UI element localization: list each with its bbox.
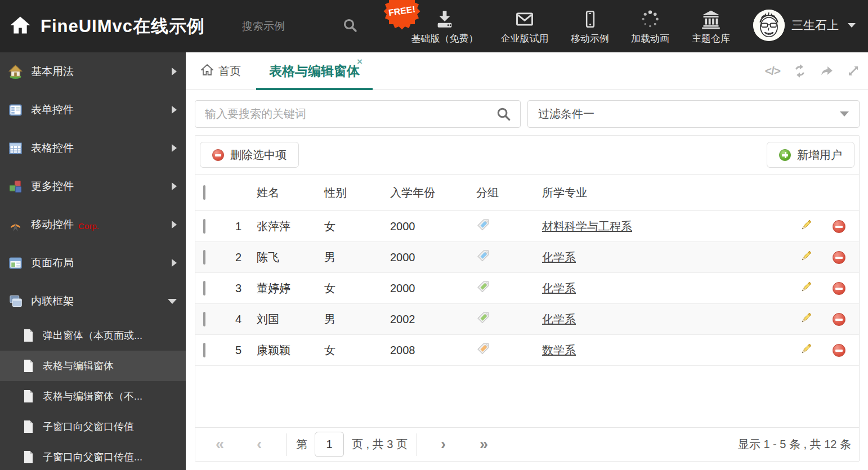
- tag-icon: [476, 311, 490, 328]
- chevron-right-icon: [172, 259, 177, 267]
- nav-theme-repository[interactable]: 主题仓库: [669, 7, 753, 45]
- cell-gender: 女: [317, 281, 385, 296]
- bank-icon: [700, 7, 722, 29]
- cell-year: 2000: [385, 251, 467, 264]
- sidebar-item-basic-usage[interactable]: 基本用法: [0, 52, 186, 91]
- sidebar-subitem-popup-window[interactable]: 弹出窗体（本页面或...: [0, 320, 186, 351]
- major-link[interactable]: 材料科学与工程系: [542, 220, 632, 232]
- tab-actions: </>: [765, 52, 860, 89]
- tab-close-icon[interactable]: ×: [357, 56, 363, 68]
- column-header-major: 所学专业: [534, 185, 793, 200]
- major-link[interactable]: 化学系: [542, 251, 576, 263]
- nav-theme-repository-label: 主题仓库: [692, 32, 730, 45]
- user-menu[interactable]: 三生石上: [753, 10, 856, 41]
- table-row: 5 康颖颖 女 2008 数学系: [195, 335, 859, 366]
- tab-active-label: 表格与编辑窗体: [269, 62, 360, 80]
- home-tab-icon: [201, 64, 213, 78]
- app-logo[interactable]: FineUIMvc在线示例: [9, 0, 205, 52]
- tab-home[interactable]: 首页: [201, 52, 241, 89]
- chevron-down-icon: [168, 299, 177, 304]
- sidebar-subitem-label: 子窗口向父窗口传值...: [43, 450, 142, 464]
- row-checkbox[interactable]: [203, 219, 205, 234]
- cell-year: 2002: [385, 313, 467, 326]
- major-link[interactable]: 化学系: [542, 282, 576, 294]
- column-header-year: 入学年份: [385, 185, 467, 200]
- tab-grid-edit-window[interactable]: 表格与编辑窗体 ×: [256, 52, 373, 90]
- row-checkbox[interactable]: [203, 312, 205, 326]
- nav-basic-edition-label: 基础版（免费）: [411, 32, 478, 45]
- sidebar-subitem-grid-edit-window-2[interactable]: 表格与编辑窗体（不...: [0, 381, 186, 411]
- row-checkbox[interactable]: [203, 281, 205, 296]
- refresh-icon[interactable]: [793, 64, 807, 78]
- nav-basic-edition[interactable]: 基础版（免费）: [402, 7, 487, 45]
- cell-gender: 男: [317, 250, 385, 265]
- select-all-checkbox[interactable]: [203, 185, 205, 200]
- column-header-gender: 性别: [317, 185, 385, 200]
- sidebar-subitem-grid-edit-window[interactable]: 表格与编辑窗体: [0, 351, 186, 381]
- delete-selected-button[interactable]: 删除选中项: [200, 142, 299, 168]
- last-page-button[interactable]: »: [480, 437, 488, 452]
- sidebar-subitem-child-to-parent[interactable]: 子窗口向父窗口传值: [0, 411, 186, 442]
- main-content: 首页 表格与编辑窗体 × </> 过滤条件一: [186, 52, 868, 470]
- keyword-search-input[interactable]: [195, 108, 496, 120]
- sidebar-item-form-controls[interactable]: 表单控件: [0, 91, 186, 129]
- edit-pencil-icon[interactable]: [799, 311, 813, 328]
- file-icon: [22, 390, 34, 403]
- first-page-button[interactable]: «: [216, 437, 224, 452]
- row-index: 5: [222, 344, 247, 357]
- page-number-input[interactable]: [315, 432, 344, 457]
- sidebar-item-grid-controls[interactable]: 表格控件: [0, 129, 186, 167]
- edit-pencil-icon[interactable]: [799, 218, 813, 235]
- row-index: 1: [222, 220, 247, 233]
- envelope-icon: [514, 7, 535, 29]
- add-user-button[interactable]: 新增用户: [767, 142, 854, 168]
- edit-pencil-icon[interactable]: [799, 342, 813, 359]
- view-source-icon[interactable]: </>: [765, 64, 780, 78]
- file-icon: [22, 329, 34, 342]
- row-checkbox[interactable]: [203, 343, 205, 357]
- avatar: [753, 10, 785, 41]
- tag-icon: [476, 249, 490, 266]
- sidebar-item-mobile-controls[interactable]: 移动控件 Corp.: [0, 205, 186, 244]
- sidebar-item-page-layout[interactable]: 页面布局: [0, 244, 186, 282]
- sidebar-subitem-child-to-parent-2[interactable]: 子窗口向父窗口传值...: [0, 442, 186, 470]
- cell-gender: 女: [317, 219, 385, 234]
- pagination-bar: « ‹ 第 页 , 共 3 页 › » 显示 1 - 5 条 , 共 12 条: [195, 427, 859, 461]
- delete-row-icon[interactable]: [833, 220, 845, 233]
- row-checkbox[interactable]: [203, 250, 205, 265]
- row-index: 2: [222, 251, 247, 264]
- major-link[interactable]: 数学系: [542, 344, 576, 356]
- file-icon: [22, 359, 34, 373]
- cubes-icon: [8, 179, 23, 194]
- delete-row-icon[interactable]: [833, 282, 845, 295]
- nav-loading-animation-label: 加载动画: [631, 32, 669, 45]
- major-link[interactable]: 化学系: [542, 313, 576, 325]
- delete-row-icon[interactable]: [833, 344, 845, 357]
- search-icon[interactable]: [496, 106, 511, 122]
- tag-icon: [476, 218, 490, 235]
- header-search-input[interactable]: [242, 20, 332, 33]
- open-in-new-icon[interactable]: [820, 64, 834, 78]
- sidebar-item-more-controls[interactable]: 更多控件: [0, 167, 186, 205]
- edit-pencil-icon[interactable]: [799, 249, 813, 266]
- filter-dropdown[interactable]: 过滤条件一: [527, 100, 860, 128]
- header-search-icon[interactable]: [342, 17, 358, 35]
- table-row: 1 张萍萍 女 2000 材料科学与工程系: [195, 211, 859, 242]
- expand-icon[interactable]: [847, 64, 860, 78]
- delete-row-icon[interactable]: [833, 313, 845, 326]
- row-index: 3: [222, 282, 247, 295]
- cell-name: 康颖颖: [247, 343, 317, 358]
- form-icon: [8, 102, 23, 118]
- sidebar-item-label: 基本用法: [31, 64, 74, 79]
- prev-page-button[interactable]: ‹: [257, 437, 262, 452]
- app-title: FineUIMvc在线示例: [41, 15, 205, 38]
- cell-year: 2008: [385, 344, 467, 357]
- sidebar-item-iframe[interactable]: 内联框架: [0, 282, 186, 320]
- page-label-suffix: 页 , 共 3 页: [352, 437, 408, 452]
- sidebar-item-label: 更多控件: [31, 179, 74, 194]
- edit-pencil-icon[interactable]: [799, 280, 813, 297]
- cell-name: 刘国: [247, 312, 317, 327]
- delete-row-icon[interactable]: [833, 251, 845, 264]
- nav-mobile-demo-label: 移动示例: [571, 32, 609, 45]
- next-page-button[interactable]: ›: [441, 437, 446, 452]
